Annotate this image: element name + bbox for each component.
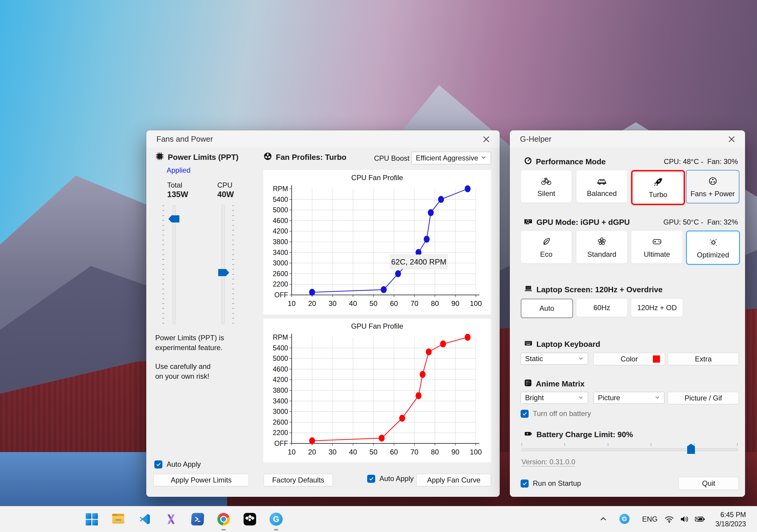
tray-battery-button[interactable] <box>693 514 706 524</box>
gpu-ultimate-button[interactable]: Ultimate <box>631 231 683 264</box>
file-explorer-icon <box>112 514 124 524</box>
factory-defaults-button[interactable]: Factory Defaults <box>263 474 333 486</box>
fans-window-title: Fans and Power <box>156 134 213 144</box>
diamond-app-button[interactable] <box>243 513 257 526</box>
svg-text:90: 90 <box>451 448 459 456</box>
version-link[interactable]: Version: 0.31.0.0 <box>522 458 575 466</box>
ghelper-close-icon[interactable] <box>726 134 737 145</box>
gamepad-icon <box>651 236 662 247</box>
power-auto-apply-checkbox[interactable] <box>154 461 163 468</box>
tray-wifi-button[interactable] <box>663 514 675 524</box>
mode-balanced-button[interactable]: Balanced <box>576 170 627 203</box>
laptop-keyboard-header: Laptop Keyboard <box>536 340 600 349</box>
power-auto-apply-label: Auto Apply <box>167 460 201 468</box>
tray-ghelper-button[interactable]: G <box>619 514 630 524</box>
screen-120hz-od-button[interactable]: 120Hz + OD <box>631 298 683 317</box>
fan-profiles-header-row: Fan Profiles: Turbo <box>263 152 346 163</box>
turn-off-on-battery-checkbox[interactable] <box>521 410 529 418</box>
svg-text:40: 40 <box>349 299 357 307</box>
ghelper-taskbar-button[interactable]: G <box>270 513 283 526</box>
cpu-power-slider-handle[interactable] <box>218 269 229 276</box>
svg-text:10: 10 <box>288 299 296 307</box>
cpu-fan-profile-chart[interactable]: CPU Fan ProfileRPM5400500046004200380034… <box>263 170 491 315</box>
svg-text:5400: 5400 <box>273 196 288 203</box>
mode-silent-button[interactable]: Silent <box>521 170 572 203</box>
screen-60hz-label: 60Hz <box>593 304 610 312</box>
screen-auto-button-selected[interactable]: Auto <box>521 298 573 318</box>
svg-text:GPU Fan Profile: GPU Fan Profile <box>351 322 403 330</box>
ghelper-titlebar[interactable]: G-Helper <box>510 130 745 148</box>
svg-text:2600: 2600 <box>273 418 288 426</box>
gpu-fan-profile-chart[interactable]: GPU Fan ProfileRPM5400500046004200380034… <box>263 319 491 462</box>
purple-dev-app-button[interactable] <box>165 513 178 526</box>
vscode-icon <box>139 513 151 525</box>
tray-clock[interactable]: 6:45 PM 3/18/2023 <box>715 510 746 529</box>
flower-icon <box>597 236 607 247</box>
total-power-slider-handle[interactable] <box>168 215 179 222</box>
cpu-chip-icon <box>155 152 164 163</box>
vscode-button[interactable] <box>138 513 151 526</box>
laptop-keyboard-header-row: Laptop Keyboard <box>524 340 600 349</box>
start-button[interactable] <box>85 513 98 526</box>
matrix-turn-off-row: Turn off on battery <box>521 409 591 418</box>
matrix-picture-gif-button[interactable]: Picture / Gif <box>668 392 739 405</box>
fan-auto-apply-checkbox[interactable] <box>367 475 375 483</box>
cpu-power-slider[interactable] <box>222 205 225 324</box>
apply-power-limits-button[interactable]: Apply Power Limits <box>153 474 249 486</box>
battery-charging-icon <box>694 515 706 524</box>
matrix-brightness-select[interactable]: Bright <box>521 392 588 404</box>
battery-limit-slider[interactable] <box>522 448 738 451</box>
ghelper-app-icon: G <box>270 513 283 526</box>
svg-text:2600: 2600 <box>273 270 288 278</box>
cpu-watts-label: CPU <box>217 181 232 189</box>
gpu-eco-button[interactable]: Eco <box>521 231 572 264</box>
gpu-optimized-button-selected[interactable]: Optimized <box>686 231 740 265</box>
total-power-slider[interactable] <box>172 205 176 324</box>
power-auto-apply-row: Auto Apply <box>154 460 201 468</box>
mode-fans-power-label: Fans + Power <box>690 190 735 198</box>
chevron-down-icon <box>481 154 487 162</box>
svg-text:90: 90 <box>451 299 459 307</box>
tray-show-hidden-icons-button[interactable] <box>598 514 609 524</box>
power-limits-applied-status: Applied <box>167 166 191 175</box>
apply-fan-curve-button[interactable]: Apply Fan Curve <box>416 474 491 486</box>
svg-text:5000: 5000 <box>273 354 288 362</box>
gpu-mode-header-row: GPU Mode: iGPU + dGPU <box>524 217 630 228</box>
chrome-icon <box>217 513 230 525</box>
mode-fans-power-button[interactable]: Fans + Power <box>686 170 740 203</box>
svg-text:4200: 4200 <box>273 227 288 235</box>
performance-mode-header-row: Performance Mode <box>524 156 606 167</box>
battery-limit-header-row: Battery Charge Limit: 90% <box>524 430 633 439</box>
svg-text:4600: 4600 <box>273 217 288 225</box>
tray-volume-button[interactable] <box>678 514 691 524</box>
fans-window-close-icon[interactable] <box>481 134 492 145</box>
chrome-button[interactable] <box>217 513 230 526</box>
screen-60hz-button[interactable]: 60Hz <box>576 298 627 317</box>
svg-text:100: 100 <box>470 448 482 456</box>
gpu-standard-button[interactable]: Standard <box>576 231 627 264</box>
mode-turbo-button-selected[interactable]: Turbo <box>631 170 685 205</box>
quit-button[interactable]: Quit <box>679 477 739 490</box>
run-on-startup-checkbox[interactable] <box>521 480 529 488</box>
fans-window-titlebar[interactable]: Fans and Power <box>146 130 500 148</box>
battery-icon <box>524 430 533 439</box>
matrix-mode-select[interactable]: Picture <box>593 392 664 404</box>
cpu-boost-select[interactable]: Efficient Aggressive <box>411 152 491 164</box>
svg-text:RPM: RPM <box>273 333 288 341</box>
svg-text:5400: 5400 <box>273 344 288 352</box>
svg-text:2200: 2200 <box>273 429 288 436</box>
keyboard-extra-button[interactable]: Extra <box>668 353 739 365</box>
tray-date: 3/18/2023 <box>715 519 746 529</box>
powershell-button[interactable] <box>191 513 204 526</box>
svg-text:3000: 3000 <box>273 408 288 415</box>
matrix-brightness-value: Bright <box>525 394 544 402</box>
svg-text:100: 100 <box>470 299 482 307</box>
file-explorer-button[interactable] <box>112 513 125 526</box>
battery-limit-header: Battery Charge Limit: 90% <box>536 430 633 439</box>
keyboard-mode-select[interactable]: Static <box>521 353 588 365</box>
keyboard-color-button[interactable]: Color <box>593 353 665 365</box>
chevron-down-icon <box>578 354 584 363</box>
tray-language-button[interactable]: ENG <box>639 514 661 525</box>
keyboard-color-swatch <box>653 355 660 363</box>
gpu-ultimate-label: Ultimate <box>644 250 670 259</box>
